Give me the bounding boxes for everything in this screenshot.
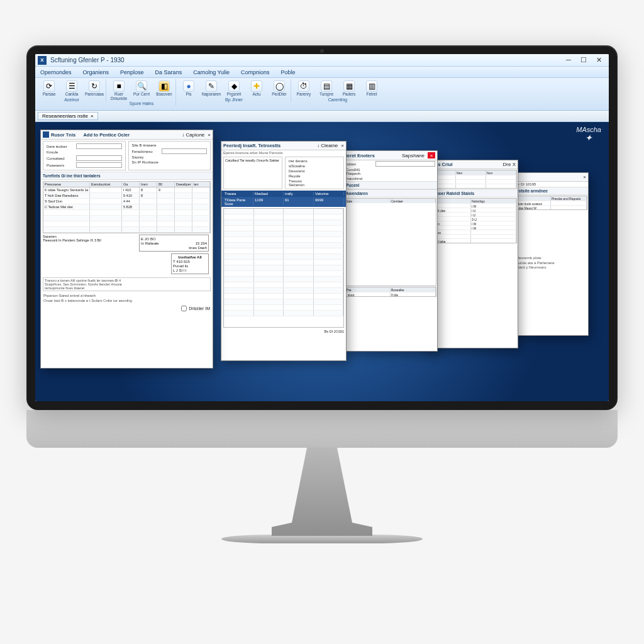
ribbon-clock-button[interactable]: ⏱Parenry: [294, 79, 314, 97]
ribbon-grid-button[interactable]: ▤Turspre: [316, 79, 336, 97]
diamond-icon: ◆: [228, 80, 240, 92]
app-window: X Scftuning Gfenler P - 1930 ─ ☐ ✕ Opern…: [35, 54, 609, 401]
undo-icon: ↻: [89, 80, 100, 92]
list-icon: ☰: [66, 80, 77, 92]
menu-item[interactable]: Da Sarans: [155, 69, 182, 75]
display-checkbox[interactable]: [181, 306, 187, 311]
circle-icon: ◯: [274, 80, 285, 92]
child-caption: ↓ Caplone: [182, 132, 204, 138]
window-controls: ─ ☐ ✕: [561, 56, 606, 64]
footer-text: Pevcernb plste Aululs ata a Parlemere ht…: [514, 255, 588, 272]
form-icon: [43, 131, 49, 138]
ribbon-group-label: Spore Halns: [130, 101, 154, 106]
section-title: Turefints Gi ine thict tantalers: [41, 172, 213, 180]
child-window-2[interactable]: Peerledj Insaft. Tetroestts↓ Cleaine× Ep…: [221, 141, 347, 361]
right-panel: trer ilanans siScaalne Dessrerst Reyole …: [285, 157, 344, 189]
ribbon-edit-button[interactable]: ✎Napsraren: [201, 79, 221, 97]
maximize-button[interactable]: ☐: [580, 56, 587, 64]
child-close-button[interactable]: ×: [208, 132, 211, 138]
footer-value: Bs DI JO191: [221, 329, 346, 334]
data-table: HaNalschgo Nei W turlonualt dani U Ci U …: [425, 198, 517, 243]
ribbon-columns-button[interactable]: ▦Paders: [339, 79, 359, 97]
menu-item[interactable]: Organiens: [83, 69, 109, 75]
info-icon: ●: [183, 80, 194, 92]
table: Piresbe and Repoels Otver duds coaeus Ir…: [514, 196, 587, 210]
ribbon-search-button[interactable]: 🔍Por Cerrl: [131, 79, 152, 101]
ribbon-group-4: ⏱Parenry ▤Turspre ▦Paders ▥Fetret Carent…: [292, 79, 383, 102]
monitor: X Scftuning Gfenler P - 1930 ─ ☐ ✕ Opern…: [26, 45, 618, 599]
line-items-grid[interactable]: Presusese Eamdaoitcet Ga Inen 80 Deealip…: [43, 181, 211, 233]
tab-close-icon[interactable]: ×: [91, 113, 94, 119]
footer-table: TheBosealke I sloor0 bla: [345, 287, 436, 297]
menu-item[interactable]: Compnions: [241, 69, 270, 75]
menu-item[interactable]: Opernondes: [40, 69, 72, 75]
plus-icon: ✚: [251, 80, 262, 92]
text-field[interactable]: [76, 143, 122, 149]
child-caption: Dre X: [503, 162, 516, 167]
menu-item[interactable]: Poble: [281, 69, 296, 75]
document-icon: ■: [113, 80, 125, 92]
ledger-grid[interactable]: [223, 208, 344, 328]
ribbon-tile-button[interactable]: ◧Bseoven: [154, 79, 174, 101]
ribbon-add-button[interactable]: ✚Actu: [247, 79, 267, 97]
document-tab-label: Reseaneenlars nstle: [42, 113, 88, 119]
table-header: TraseaMadiaaltrallyValurine: [221, 191, 346, 197]
ribbon-group-label: Carenting: [328, 97, 347, 102]
menubar: Opernondes Organiens Penplose Da Sarans …: [35, 67, 609, 78]
child-window-3[interactable]: ieret EnotersSapshane× Isbian Com041 Tke…: [343, 150, 438, 352]
summary-box: Insthatfve All T 410.915 Punatl lis L J …: [171, 253, 209, 274]
text-field[interactable]: [375, 161, 435, 167]
left-panel: Catolked Tar ieaally Onsorfs Sakter: [223, 157, 282, 189]
ribbon-report-button[interactable]: ■Roer Dmunide: [109, 79, 129, 101]
ribbon-group-2: ■Roer Dmunide 🔍Por Cerrl ◧Bseoven Spore …: [108, 79, 176, 106]
monitor-foot: [221, 535, 423, 543]
rows-icon: ▥: [366, 80, 377, 92]
close-button[interactable]: ✕: [595, 56, 602, 64]
child-caption: ↓ Cleaine: [317, 143, 338, 148]
screen: X Scftuning Gfenler P - 1930 ─ ☐ ✕ Opern…: [35, 54, 609, 401]
section-title: Awendaren: [344, 189, 437, 197]
child-window-1[interactable]: Rusor Tnis Add to Pentice Ocler ↓ Caplon…: [40, 130, 213, 369]
child-close-button[interactable]: ×: [428, 152, 435, 158]
minimize-button[interactable]: ─: [565, 56, 572, 64]
document-tab-bar: Reseaneenlars nstle ×: [35, 111, 609, 122]
child-caption: Sapshane: [402, 153, 425, 158]
tile-icon: ◧: [158, 80, 170, 92]
app-title: Scftuning Gfenler P - 1930: [50, 57, 557, 64]
section-title: Pucenl: [344, 181, 437, 189]
ribbon-info-button[interactable]: ●Pis: [179, 79, 199, 97]
footer-text: Prpanon-Sared entrel a'nheach Oroar latd…: [41, 292, 213, 304]
mini-table: SweNenNun TI3 EF: [425, 170, 517, 189]
ribbon-refresh-button[interactable]: ⟳Parsae: [39, 79, 59, 97]
child-close-button[interactable]: ×: [583, 174, 586, 180]
app-logo-icon: X: [38, 56, 47, 65]
ribbon-group-3: ●Pis ✎Napsraren ◆Prgsnrit ✚Actu ◯PedDler…: [177, 79, 291, 102]
ribbon-rows-button[interactable]: ▥Fetret: [362, 79, 382, 97]
monitor-stand: [272, 448, 372, 536]
ribbon-group-label: Bp Jhner: [225, 97, 243, 102]
child-window-5[interactable]: × Nr DI 10195 Rotsite armdnee Piresbe an…: [513, 172, 589, 336]
clock-icon: ⏱: [298, 80, 309, 92]
search-icon: 🔍: [136, 80, 147, 92]
child-window-4[interactable]: Kapes CriulDre X SweNenNun TI3 EF Bne In…: [424, 160, 518, 348]
notes-area[interactable]: Transru a kanen Alli vpctrre fiuelk ler …: [43, 277, 211, 291]
child-close-button[interactable]: ×: [341, 143, 344, 148]
ribbon-group-label: Aceinor: [64, 97, 79, 102]
text-field[interactable]: [76, 162, 122, 168]
document-tab[interactable]: Reseaneenlars nstle ×: [38, 112, 98, 120]
subtitle: Epenre bneriune erber Mione Parrostis: [221, 150, 346, 155]
text-field[interactable]: [162, 148, 208, 154]
text-field[interactable]: [76, 155, 122, 161]
monitor-chin: [26, 410, 618, 448]
table: SaleCemlaer: [345, 198, 436, 286]
menu-item[interactable]: Camolng Yulie: [193, 69, 230, 75]
pencil-icon: ✎: [206, 80, 217, 92]
totals-panel: E JO BO In Ralteale15 234 tines Daeh: [139, 235, 209, 252]
ribbon-target-button[interactable]: ◆Prgsnrit: [224, 79, 244, 97]
arrow-icon: ✦: [576, 133, 601, 143]
ribbon-list-button[interactable]: ☰Canlda: [62, 79, 82, 97]
ribbon-circle-button[interactable]: ◯PedDler: [269, 79, 289, 97]
ribbon: ⟳Parsae ☰Canlda ↻Pareroasa Aceinor ■Roer…: [35, 78, 609, 111]
menu-item[interactable]: Penplose: [120, 69, 144, 75]
ribbon-undo-button[interactable]: ↻Pareroasa: [84, 79, 104, 97]
